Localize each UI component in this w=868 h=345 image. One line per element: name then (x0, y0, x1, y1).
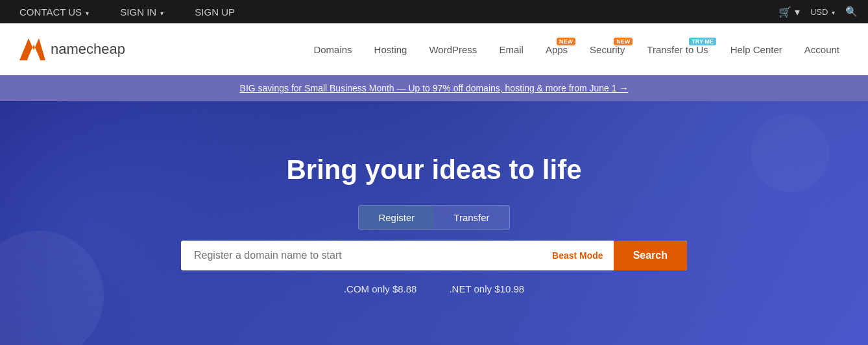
search-button[interactable]: Search (614, 241, 687, 270)
logo-svg (19, 38, 45, 60)
security-label: Security (590, 44, 625, 55)
nav-item-domains[interactable]: Domains (304, 39, 361, 60)
currency-label: USD (810, 7, 828, 17)
hero-title: Bring your ideas to life (286, 154, 581, 185)
sign-in-link[interactable]: SIGN IN ▾ (111, 1, 173, 23)
deco-circle-right (751, 114, 829, 192)
deco-circle-left (0, 231, 104, 345)
nav-item-hosting[interactable]: Hosting (365, 39, 416, 60)
promo-banner: BIG savings for Small Business Month — U… (0, 75, 868, 101)
currency-selector[interactable]: USD ▾ (810, 7, 835, 17)
contact-us-arrow: ▾ (86, 10, 89, 17)
top-bar: CONTACT US ▾ SIGN IN ▾ SIGN UP 🛒 ▾ USD ▾… (0, 0, 868, 23)
nav-item-email[interactable]: Email (490, 39, 533, 60)
search-icon[interactable]: 🔍 (845, 6, 858, 18)
main-nav: namecheap Domains Hosting WordPress Emai… (0, 23, 868, 75)
search-tabs: Register Transfer (358, 205, 509, 230)
nav-item-account[interactable]: Account (795, 39, 849, 60)
logo[interactable]: namecheap (19, 38, 125, 60)
tab-register[interactable]: Register (359, 206, 434, 230)
contact-us-link[interactable]: CONTACT US ▾ (10, 1, 98, 23)
domain-search-input[interactable] (181, 241, 542, 270)
logo-text: namecheap (51, 41, 125, 58)
pricing-hint-com: .COM only $8.88 (344, 283, 417, 294)
contact-us-label: CONTACT US (19, 6, 82, 18)
nav-item-helpcenter[interactable]: Help Center (721, 39, 791, 60)
net-tld[interactable]: .NET (449, 283, 471, 294)
nav-item-apps[interactable]: NEW Apps (536, 39, 577, 60)
security-badge: NEW (614, 38, 633, 45)
nav-links: Domains Hosting WordPress Email NEW Apps… (304, 39, 849, 60)
transfer-label: Transfer to Us (647, 44, 708, 55)
tab-transfer[interactable]: Transfer (434, 206, 509, 230)
nav-item-security[interactable]: NEW Security (581, 39, 634, 60)
com-price-text: only $8.88 (372, 283, 416, 294)
currency-arrow: ▾ (832, 9, 835, 16)
apps-badge: NEW (557, 38, 575, 45)
promo-banner-link[interactable]: BIG savings for Small Business Month — U… (240, 83, 629, 93)
beast-mode-button[interactable]: Beast Mode (542, 244, 614, 267)
net-price-text: only $10.98 (474, 283, 525, 294)
sign-in-arrow: ▾ (160, 10, 163, 17)
sign-up-link[interactable]: SIGN UP (186, 1, 244, 23)
apps-label: Apps (546, 44, 568, 55)
cart-icon[interactable]: 🛒 ▾ (778, 6, 799, 18)
pricing-hints: .COM only $8.88 .NET only $10.98 (344, 283, 524, 294)
nav-item-wordpress[interactable]: WordPress (420, 39, 486, 60)
hero-section: Bring your ideas to life Register Transf… (0, 101, 868, 345)
pricing-hint-net: .NET only $10.98 (449, 283, 524, 294)
transfer-badge: TRY ME (689, 38, 716, 45)
com-tld[interactable]: .COM (344, 283, 369, 294)
nav-item-transfer[interactable]: TRY ME Transfer to Us (638, 39, 717, 60)
search-bar: Beast Mode Search (181, 241, 687, 270)
sign-in-label: SIGN IN (120, 6, 156, 18)
